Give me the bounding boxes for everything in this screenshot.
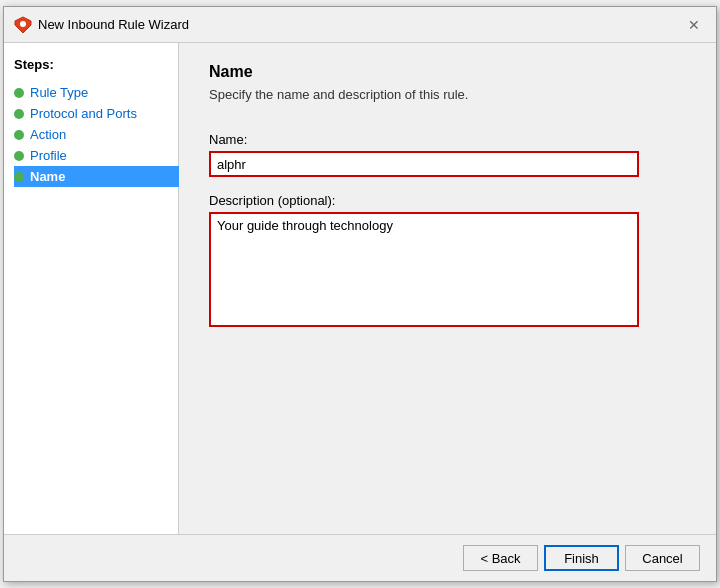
sidebar-label-rule-type: Rule Type: [30, 85, 88, 100]
dialog-window: New Inbound Rule Wizard ✕ Steps: Rule Ty…: [3, 6, 717, 582]
step-dot-protocol-ports: [14, 109, 24, 119]
step-dot-profile: [14, 151, 24, 161]
sidebar-item-protocol-ports[interactable]: Protocol and Ports: [14, 103, 178, 124]
back-button[interactable]: < Back: [463, 545, 538, 571]
close-button[interactable]: ✕: [682, 13, 706, 37]
sidebar-label-name: Name: [30, 169, 65, 184]
sidebar-label-action: Action: [30, 127, 66, 142]
description-textarea[interactable]: Your guide through technology: [209, 212, 639, 327]
main-content: Name Specify the name and description of…: [179, 43, 716, 534]
sidebar-item-name[interactable]: Name: [14, 166, 179, 187]
dialog-body: Steps: Rule Type Protocol and Ports Acti…: [4, 43, 716, 534]
page-subtitle: Specify the name and description of this…: [209, 87, 686, 102]
title-bar-left: New Inbound Rule Wizard: [14, 16, 189, 34]
name-input[interactable]: [209, 151, 639, 177]
dialog-footer: < Back Finish Cancel: [4, 534, 716, 581]
window-title: New Inbound Rule Wizard: [38, 17, 189, 32]
description-label: Description (optional):: [209, 193, 686, 208]
page-title: Name: [209, 63, 686, 81]
finish-button[interactable]: Finish: [544, 545, 619, 571]
step-dot-rule-type: [14, 88, 24, 98]
sidebar-item-profile[interactable]: Profile: [14, 145, 178, 166]
form-section: Name: Description (optional): Your guide…: [209, 132, 686, 514]
steps-label: Steps:: [14, 57, 178, 72]
cancel-button[interactable]: Cancel: [625, 545, 700, 571]
step-dot-name: [14, 172, 24, 182]
sidebar-item-action[interactable]: Action: [14, 124, 178, 145]
app-icon: [14, 16, 32, 34]
name-label: Name:: [209, 132, 686, 147]
svg-point-1: [20, 21, 26, 27]
sidebar-item-rule-type[interactable]: Rule Type: [14, 82, 178, 103]
title-bar: New Inbound Rule Wizard ✕: [4, 7, 716, 43]
sidebar-label-profile: Profile: [30, 148, 67, 163]
sidebar-label-protocol-ports: Protocol and Ports: [30, 106, 137, 121]
step-dot-action: [14, 130, 24, 140]
sidebar: Steps: Rule Type Protocol and Ports Acti…: [4, 43, 179, 534]
